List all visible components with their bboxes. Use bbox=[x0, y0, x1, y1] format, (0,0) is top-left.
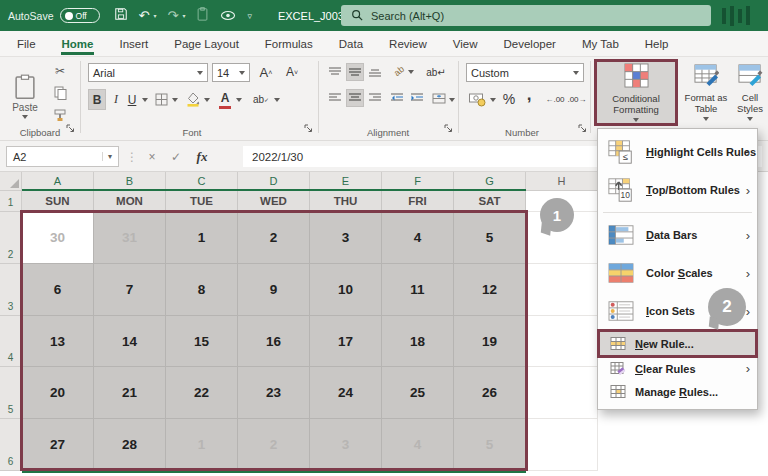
tab-home[interactable]: Home bbox=[49, 31, 107, 56]
bold-button[interactable]: B bbox=[88, 89, 106, 110]
select-all-corner[interactable] bbox=[0, 172, 22, 191]
row-header-5[interactable]: 5 bbox=[0, 367, 22, 419]
underline-button[interactable]: U bbox=[124, 89, 140, 110]
grid-cell-F4[interactable]: 18 bbox=[382, 316, 454, 367]
row-header-6[interactable]: 6 bbox=[0, 419, 22, 471]
day-header-cell-sun[interactable]: SUN bbox=[22, 191, 94, 212]
grid-cell-C2[interactable]: 1 bbox=[166, 212, 238, 264]
tab-review[interactable]: Review bbox=[376, 31, 440, 56]
grid-cell-D4[interactable]: 16 bbox=[238, 316, 310, 367]
font-color-button[interactable]: A bbox=[216, 89, 234, 110]
paste-button[interactable]: Paste bbox=[6, 61, 44, 131]
cell-styles-button[interactable]: Cell Styles bbox=[732, 62, 768, 121]
autosave-toggle[interactable]: Off bbox=[60, 8, 100, 23]
grid-cell-E6[interactable]: 3 bbox=[310, 419, 382, 471]
empty-cell-h4[interactable] bbox=[526, 316, 598, 367]
enter-button[interactable]: ✓ bbox=[166, 146, 186, 167]
undo-icon[interactable]: ↶ bbox=[139, 9, 150, 22]
align-bottom-button[interactable] bbox=[366, 63, 384, 81]
grid-cell-G4[interactable]: 19 bbox=[454, 316, 526, 367]
clipboard-dialog-launcher-icon[interactable] bbox=[66, 119, 75, 137]
row-header-1[interactable]: 1 bbox=[0, 191, 22, 212]
redo-icon[interactable]: ↷ bbox=[167, 9, 178, 22]
grid-cell-C6[interactable]: 1 bbox=[166, 419, 238, 471]
phonetic-guide-button[interactable]: ab✓ bbox=[250, 89, 272, 110]
cancel-button[interactable]: × bbox=[142, 146, 162, 167]
grid-cell-A2[interactable]: 30 bbox=[22, 212, 94, 264]
font-color-caret-icon[interactable] bbox=[236, 98, 242, 102]
tab-help[interactable]: Help bbox=[632, 31, 682, 56]
grid-cell-F5[interactable]: 25 bbox=[382, 367, 454, 419]
borders-caret-icon[interactable] bbox=[172, 98, 178, 102]
phonetic-caret-icon[interactable] bbox=[274, 98, 280, 102]
menu-item-color-scales[interactable]: Color Scales› bbox=[598, 254, 757, 292]
row-header-3[interactable]: 3 bbox=[0, 264, 22, 316]
grid-cell-D6[interactable]: 2 bbox=[238, 419, 310, 471]
grid-cell-E5[interactable]: 24 bbox=[310, 367, 382, 419]
grid-cell-B2[interactable]: 31 bbox=[94, 212, 166, 264]
grid-cell-C4[interactable]: 15 bbox=[166, 316, 238, 367]
grid-cell-F3[interactable]: 11 bbox=[382, 264, 454, 316]
tab-view[interactable]: View bbox=[440, 31, 491, 56]
day-header-cell-tue[interactable]: TUE bbox=[166, 191, 238, 212]
grid-cell-B5[interactable]: 21 bbox=[94, 367, 166, 419]
percent-style-button[interactable]: % bbox=[500, 89, 518, 109]
grid-cell-B6[interactable]: 28 bbox=[94, 419, 166, 471]
increase-decimal-button[interactable]: ←.00 bbox=[544, 91, 566, 107]
font-name-combo[interactable]: Arial bbox=[88, 63, 208, 82]
align-right-button[interactable] bbox=[366, 89, 384, 107]
row-header-4[interactable]: 4 bbox=[0, 316, 22, 367]
undo-caret-icon[interactable]: ▾ bbox=[153, 12, 156, 19]
grid-cell-A3[interactable]: 6 bbox=[22, 264, 94, 316]
merge-caret-icon[interactable] bbox=[449, 98, 455, 102]
number-dialog-launcher-icon[interactable] bbox=[578, 119, 587, 137]
align-left-button[interactable] bbox=[326, 89, 344, 107]
menu-item-data-bars[interactable]: Data Bars› bbox=[598, 216, 757, 254]
grid-cell-F2[interactable]: 4 bbox=[382, 212, 454, 264]
increase-indent-button[interactable] bbox=[408, 89, 426, 107]
clipboard-icon[interactable] bbox=[196, 7, 209, 25]
tab-file[interactable]: File bbox=[4, 31, 49, 56]
name-box[interactable]: A2 ▾ bbox=[6, 146, 119, 167]
grid-cell-E4[interactable]: 17 bbox=[310, 316, 382, 367]
accounting-caret-icon[interactable] bbox=[490, 98, 496, 102]
italic-button[interactable]: I bbox=[108, 89, 124, 110]
merge-center-button[interactable] bbox=[430, 89, 448, 107]
format-as-table-button[interactable]: Format as Table bbox=[682, 62, 730, 121]
number-format-combo[interactable]: Custom bbox=[466, 63, 584, 82]
cut-icon[interactable]: ✂ bbox=[50, 63, 70, 79]
day-header-cell-thu[interactable]: THU bbox=[310, 191, 382, 212]
grid-cell-D3[interactable]: 9 bbox=[238, 264, 310, 316]
align-top-button[interactable] bbox=[326, 63, 344, 81]
accounting-format-button[interactable] bbox=[466, 89, 488, 109]
grid-cell-C3[interactable]: 8 bbox=[166, 264, 238, 316]
fill-color-caret-icon[interactable] bbox=[204, 98, 210, 102]
grid-cell-C5[interactable]: 22 bbox=[166, 367, 238, 419]
grid-cell-G5[interactable]: 26 bbox=[454, 367, 526, 419]
grid-cell-B4[interactable]: 14 bbox=[94, 316, 166, 367]
tab-insert[interactable]: Insert bbox=[106, 31, 161, 56]
grid-cell-B3[interactable]: 7 bbox=[94, 264, 166, 316]
day-header-cell-mon[interactable]: MON bbox=[94, 191, 166, 212]
decrease-indent-button[interactable] bbox=[388, 89, 406, 107]
tab-page-layout[interactable]: Page Layout bbox=[161, 31, 252, 56]
grid-cell-E3[interactable]: 10 bbox=[310, 264, 382, 316]
column-header-h[interactable]: H bbox=[526, 172, 598, 191]
redo-caret-icon[interactable]: ▾ bbox=[182, 12, 185, 19]
underline-caret-icon[interactable] bbox=[142, 98, 148, 102]
grid-cell-D2[interactable]: 2 bbox=[238, 212, 310, 264]
decrease-decimal-button[interactable]: .00→ bbox=[566, 91, 588, 107]
grid-cell-D5[interactable]: 23 bbox=[238, 367, 310, 419]
comma-style-button[interactable]: , bbox=[522, 85, 536, 105]
grid-cell-F6[interactable]: 4 bbox=[382, 419, 454, 471]
orientation-caret-icon[interactable] bbox=[408, 70, 414, 74]
empty-cell-h5[interactable] bbox=[526, 367, 598, 419]
day-header-cell-wed[interactable]: WED bbox=[238, 191, 310, 212]
day-header-cell-sat[interactable]: SAT bbox=[454, 191, 526, 212]
grid-cell-G3[interactable]: 12 bbox=[454, 264, 526, 316]
search-box[interactable]: Search (Alt+Q) bbox=[341, 5, 711, 26]
fill-color-button[interactable] bbox=[184, 89, 202, 110]
borders-button[interactable] bbox=[152, 89, 170, 110]
grid-cell-A5[interactable]: 20 bbox=[22, 367, 94, 419]
align-middle-button[interactable] bbox=[346, 63, 364, 81]
